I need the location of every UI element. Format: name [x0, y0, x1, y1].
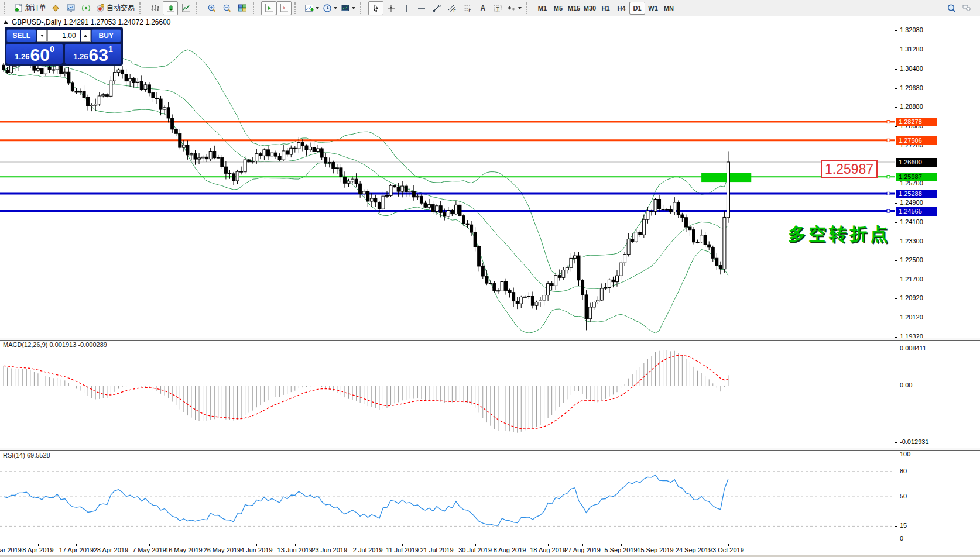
btn-gold[interactable]: [48, 1, 63, 15]
btn-trendline[interactable]: [429, 1, 444, 15]
tf-W1[interactable]: W1: [645, 2, 661, 15]
axis-tick: [895, 260, 897, 261]
axis-tick: [895, 526, 897, 527]
btn-candles[interactable]: [163, 1, 178, 15]
buy-price-small: 1.26: [73, 52, 88, 61]
btn-chart-window[interactable]: [63, 1, 78, 15]
btn-chat[interactable]: [959, 1, 974, 15]
axis-tick-label: 100: [900, 451, 910, 458]
tf-M15[interactable]: M15: [566, 2, 582, 15]
tf-M5[interactable]: M5: [550, 2, 566, 15]
line-handle[interactable]: [887, 139, 890, 142]
trendline-icon: [432, 4, 441, 13]
date-tick: [621, 544, 622, 546]
chevron-down-icon[interactable]: [334, 7, 337, 9]
btn-tile-windows[interactable]: [235, 1, 250, 15]
toolbar-grip[interactable]: [526, 2, 532, 14]
line-handle[interactable]: [887, 121, 890, 123]
toolbar-grip[interactable]: [294, 2, 300, 14]
volume-up-button[interactable]: [81, 30, 91, 42]
buy-price-display[interactable]: 1.26 63 1: [65, 44, 121, 64]
panel-divider[interactable]: [0, 448, 980, 451]
sell-price-display[interactable]: 1.26 60 0: [6, 44, 63, 64]
btn-signals[interactable]: [78, 1, 94, 15]
date-label: 21 Jul 2019: [420, 546, 454, 553]
volume-down-button[interactable]: [37, 30, 47, 42]
chevron-down-icon[interactable]: [316, 7, 319, 9]
chat-icon: [962, 4, 971, 13]
sell-button[interactable]: SELL: [6, 29, 36, 42]
panel-divider[interactable]: [0, 338, 980, 341]
btn-vline[interactable]: [399, 1, 414, 15]
date-axis: 29 Mar 20198 Apr 201917 Apr 201928 Apr 2…: [0, 544, 980, 555]
toolbar-grip[interactable]: [196, 2, 202, 14]
hline-icon: [417, 4, 426, 13]
main-chart[interactable]: [0, 16, 895, 338]
tf-M1[interactable]: M1: [534, 2, 550, 15]
price-tag: 1.28278: [896, 118, 937, 126]
bars-icon: [150, 4, 160, 13]
btn-chart-shift[interactable]: [276, 1, 292, 15]
date-tick: [149, 544, 150, 546]
axis-tick-label: 80: [900, 467, 907, 475]
date-tick: [4, 544, 4, 546]
btn-cursor[interactable]: [368, 1, 383, 15]
btn-fibo[interactable]: F: [460, 1, 475, 15]
date-label: 13 Jun 2019: [277, 546, 313, 553]
btn-bars[interactable]: [148, 1, 163, 15]
btn-auto-scroll[interactable]: [261, 1, 276, 15]
highlight-rectangle[interactable]: [701, 173, 751, 182]
line-handle[interactable]: [887, 209, 890, 212]
macd-histogram: [4, 350, 728, 433]
rsi-panel[interactable]: [0, 450, 895, 544]
btn-zoom-in[interactable]: [204, 1, 220, 15]
axis-tick: [895, 184, 897, 184]
toolbar-grip[interactable]: [360, 2, 366, 14]
horizontal-lines-layer[interactable]: [0, 121, 895, 212]
tf-H4[interactable]: H4: [614, 2, 629, 15]
toolbar-grip[interactable]: [4, 2, 10, 14]
btn-crosshair[interactable]: [383, 1, 399, 15]
chevron-down-icon[interactable]: [518, 7, 522, 9]
date-label: 3 Oct 2019: [712, 546, 744, 553]
vline-icon: [402, 4, 411, 13]
one-click-trading-panel: SELL 1.00 BUY 1.26 60 0 1.26 63 1: [5, 27, 123, 66]
toolbar-grip[interactable]: [253, 2, 259, 14]
btn-new-order[interactable]: 新订单: [12, 1, 48, 15]
date-tick: [402, 544, 403, 546]
btn-channel[interactable]: E: [444, 1, 460, 15]
button-label: 自动交易: [107, 3, 135, 13]
axis-tick: [895, 69, 897, 70]
date-label: 30 Jul 2019: [458, 546, 492, 553]
line-handle[interactable]: [887, 176, 890, 178]
chevron-down-icon[interactable]: [352, 7, 355, 9]
btn-template[interactable]: [339, 1, 357, 15]
tf-D1[interactable]: D1: [629, 2, 645, 15]
price-text-label[interactable]: 1.25987: [821, 160, 878, 178]
btn-text[interactable]: A: [475, 1, 490, 15]
macd-panel[interactable]: [0, 340, 895, 448]
btn-shapes[interactable]: [505, 1, 523, 15]
annotation-text[interactable]: 多空转折点: [788, 222, 890, 246]
volume-input[interactable]: 1.00: [47, 30, 80, 42]
axis-tick: [895, 318, 897, 318]
btn-search[interactable]: [944, 1, 959, 15]
template-icon: [341, 4, 350, 13]
tf-MN[interactable]: MN: [661, 2, 677, 15]
btn-label[interactable]: T: [490, 1, 505, 15]
axis-tick: [895, 472, 897, 472]
toolbar-grip[interactable]: [139, 2, 145, 14]
btn-hline[interactable]: [414, 1, 429, 15]
btn-zoom-out[interactable]: [220, 1, 235, 15]
buy-button[interactable]: BUY: [91, 29, 121, 42]
btn-periods[interactable]: [321, 1, 339, 15]
axis-tick-label: 1.21700: [900, 276, 923, 283]
axis-tick-label: 1.24100: [900, 218, 923, 225]
btn-indicators[interactable]: [303, 1, 321, 15]
one-click-toggle-icon[interactable]: [4, 20, 8, 24]
tf-H1[interactable]: H1: [598, 2, 614, 15]
tf-M30[interactable]: M30: [582, 2, 598, 15]
line-handle[interactable]: [887, 192, 890, 195]
btn-autotrading[interactable]: 自动交易: [94, 1, 136, 15]
btn-line-chart[interactable]: [178, 1, 193, 15]
